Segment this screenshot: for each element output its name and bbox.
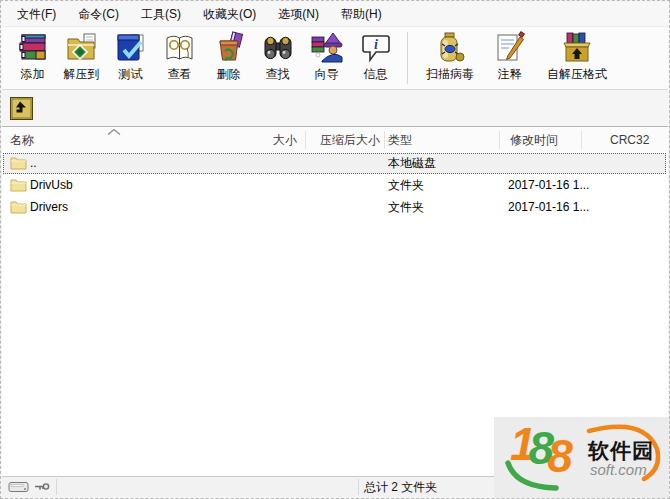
extract-to-button[interactable]: 解压到 [57,31,106,83]
disk-drive-icon [8,480,30,494]
sfx-button[interactable]: 自解压格式 [534,31,620,83]
column-packed[interactable]: 压缩后大小 [308,127,380,153]
comment-icon [493,31,527,65]
status-total: 总计 2 文件夹 [364,477,437,498]
folder-icon [10,156,27,170]
row-name: DrivUsb [30,175,73,196]
wizard-button[interactable]: 向导 [302,31,351,83]
scan-virus-icon [433,31,467,65]
add-archive-icon [16,31,50,65]
column-crc32[interactable]: CRC32 [610,127,660,153]
column-type[interactable]: 类型 [388,127,493,153]
column-divider[interactable] [499,131,500,149]
find-button[interactable]: 查找 [253,31,302,83]
find-icon [261,31,295,65]
delete-icon [212,31,246,65]
find-label: 查找 [266,66,290,83]
menu-help[interactable]: 帮助(H) [330,2,393,27]
menu-file[interactable]: 文件(F) [6,2,67,27]
row-type: 文件夹 [388,197,424,218]
extract-to-label: 解压到 [64,66,100,83]
menu-bar: 文件(F) 命令(C) 工具(S) 收藏夹(O) 选项(N) 帮助(H) [2,2,668,27]
winrar-window: 文件(F) 命令(C) 工具(S) 收藏夹(O) 选项(N) 帮助(H) 添 [0,0,670,499]
extract-to-icon [65,31,99,65]
info-label: 信息 [364,66,388,83]
row-drivusb[interactable]: DrivUsb 文件夹 2017-01-16 1... [3,175,666,196]
address-bar [2,91,668,126]
toolbar: 添加 解压到 测试 [2,27,668,90]
column-divider[interactable] [305,131,306,149]
row-modified: 2017-01-16 1... [508,175,589,196]
status-divider [56,479,57,495]
status-divider [358,479,359,495]
column-divider[interactable] [581,131,582,149]
info-icon: i [359,31,393,65]
wizard-icon [310,31,344,65]
delete-label: 删除 [217,66,241,83]
watermark-188soft: 188 软件园 soft.com [494,417,669,498]
toolbar-separator [407,32,408,84]
scan-virus-button[interactable]: 扫描病毒 [415,31,485,83]
add-button[interactable]: 添加 [8,31,57,83]
list-header: 名称 大小 压缩后大小 类型 修改时间 CRC32 [2,126,668,152]
row-name: Drivers [30,197,68,218]
test-icon [114,31,148,65]
key-icon [34,481,50,493]
wizard-label: 向导 [315,66,339,83]
view-label: 查看 [168,66,192,83]
row-type: 本地磁盘 [388,153,436,174]
digit-8b: 8 [547,430,566,482]
row-name: .. [30,153,37,174]
menu-commands[interactable]: 命令(C) [67,2,130,27]
up-arrow-icon [10,97,33,120]
folder-icon [10,200,27,214]
scan-virus-label: 扫描病毒 [426,66,474,83]
status-icons [8,480,50,494]
test-label: 测试 [119,66,143,83]
svg-text:i: i [374,37,378,52]
watermark-logo-number: 188 [510,421,566,467]
row-parent-dir[interactable]: .. 本地磁盘 [3,153,666,174]
row-drivers[interactable]: Drivers 文件夹 2017-01-16 1... [3,197,666,218]
comment-button[interactable]: 注释 [485,31,534,83]
column-modified[interactable]: 修改时间 [510,127,575,153]
column-size[interactable]: 大小 [212,127,297,153]
info-button[interactable]: i 信息 [351,31,400,83]
sfx-icon [560,31,594,65]
comment-label: 注释 [498,66,522,83]
watermark-domain: soft.com [590,461,647,478]
view-button[interactable]: 查看 [155,31,204,83]
menu-tools[interactable]: 工具(S) [130,2,192,27]
up-directory-button[interactable] [10,97,33,120]
test-button[interactable]: 测试 [106,31,155,83]
digit-1: 1 [510,418,529,470]
sfx-label: 自解压格式 [547,66,607,83]
delete-button[interactable]: 删除 [204,31,253,83]
row-modified: 2017-01-16 1... [508,197,589,218]
menu-options[interactable]: 选项(N) [267,2,330,27]
add-label: 添加 [21,66,45,83]
row-type: 文件夹 [388,175,424,196]
column-divider[interactable] [384,131,385,149]
folder-icon [10,178,27,192]
sort-ascending-icon [106,128,122,136]
menu-favorites[interactable]: 收藏夹(O) [192,2,267,27]
view-icon [163,31,197,65]
digit-8a: 8 [529,422,548,474]
